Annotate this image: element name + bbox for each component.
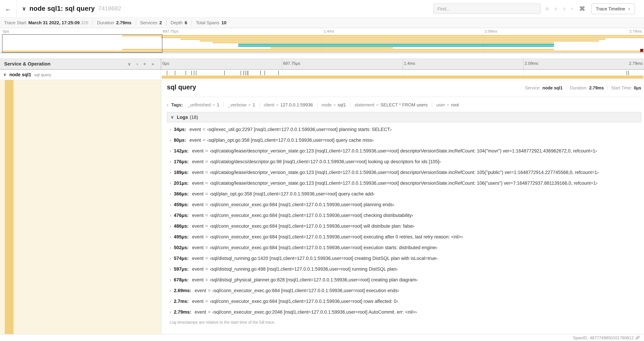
log-entry[interactable]: ›597μs:event=‹sql/distsql_running.go:498…: [167, 264, 641, 274]
meta-item: Start Time:0μs: [611, 86, 641, 91]
log-entry[interactable]: ›678μs:event=‹sql/distsql_physical_plann…: [167, 274, 641, 285]
log-entry[interactable]: ›34μs:event=‹sql/exec_util.go:2297 [nsql…: [167, 124, 641, 135]
log-entry[interactable]: ›476μs:event=‹sql/conn_executor_exec.go:…: [167, 210, 641, 221]
log-entry[interactable]: ›502μs:event=‹sql/conn_executor_exec.go:…: [167, 242, 641, 253]
view-select-button[interactable]: Trace Timeline ∨: [591, 3, 635, 14]
tags-row[interactable]: › Tags: _unfinished=1_verbose=1client=12…: [167, 100, 641, 109]
chevron-right-icon: ›: [170, 266, 174, 272]
log-field-value: ‹sql/plan_opt.go:358 [nsql1,client=127.0…: [210, 191, 374, 196]
logs-label: Logs: [177, 115, 188, 120]
log-timestamp: 189μs:: [174, 170, 189, 175]
collapse-one-icon[interactable]: ∨: [128, 61, 131, 66]
log-entry[interactable]: ›201μs:event=‹sql/catalog/lease/descript…: [167, 178, 641, 189]
log-tick: [224, 71, 225, 75]
meta-label: Start Time:: [611, 86, 632, 91]
prev-result-icon[interactable]: ∧: [554, 6, 558, 12]
tag-value: SELECT * FROM users: [380, 102, 428, 107]
log-field-key: event: [195, 309, 206, 315]
log-field-value: ‹sql/plan_opt.go:358 [nsql1,client=127.0…: [207, 138, 374, 143]
log-field-value: ‹sql/catalog/lease/descriptor_version_st…: [210, 170, 599, 175]
log-entry[interactable]: ›80μs:event=‹sql/plan_opt.go:358 [nsql1,…: [167, 135, 641, 146]
log-field-key: event: [192, 277, 204, 282]
link-icon[interactable]: [635, 335, 640, 340]
tag-value: 1: [217, 102, 219, 107]
log-timestamp: 142μs:: [174, 148, 189, 154]
chevron-right-icon: ›: [170, 181, 174, 186]
log-field-equals: =: [205, 213, 208, 218]
find-zoom-icon[interactable]: ⊕: [545, 6, 549, 12]
log-field-value: ‹sql/conn_executor_exec.go:684 [nsql1,cl…: [210, 299, 398, 304]
log-timestamp: 476μs:: [174, 213, 189, 218]
chevron-right-icon: ›: [170, 234, 174, 239]
tag-equals: =: [447, 102, 450, 107]
tag-divider: [432, 102, 432, 107]
find-controls: ⊕ ∧ ∨ ×: [545, 6, 574, 12]
tag-key: client: [264, 102, 274, 107]
span-expand-chevron-icon[interactable]: ∨: [4, 72, 6, 77]
log-fields: event=‹sql/conn_executor_exec.go:684 [ns…: [192, 213, 413, 218]
log-field-equals: =: [205, 170, 208, 175]
minimap-scrubber[interactable]: [2, 34, 162, 53]
axis-tick-label: 2.79ms: [630, 29, 642, 33]
log-entry[interactable]: ›366μs:event=‹sql/plan_opt.go:358 [nsql1…: [167, 189, 641, 199]
collapse-all-icon[interactable]: »: [142, 63, 147, 65]
back-button[interactable]: ←: [0, 0, 16, 17]
chevron-right-icon: ›: [170, 202, 174, 207]
log-field-equals: =: [205, 223, 208, 229]
log-entries: ›34μs:event=‹sql/exec_util.go:2297 [nsql…: [167, 122, 641, 317]
log-fields: event=‹sql/distsql_running.go:1420 [nsql…: [192, 256, 438, 261]
log-field-key: event: [192, 299, 204, 304]
log-field-key: event: [192, 256, 204, 261]
log-entry[interactable]: ›2.79ms:event=‹sql/conn_executor_exec.go…: [167, 307, 641, 317]
log-fields: event=‹sql/catalog/lease/descriptor_vers…: [192, 181, 598, 186]
log-field-equals: =: [205, 266, 208, 272]
clear-find-icon[interactable]: ×: [571, 6, 574, 12]
find-input[interactable]: [434, 4, 541, 14]
expand-one-icon[interactable]: ›: [136, 61, 138, 66]
log-entry[interactable]: ›176μs:event=‹sql/catalog/descs/descript…: [167, 156, 641, 167]
tag-divider: [224, 102, 224, 107]
summary-item: Trace StartMarch 31 2022, 17:25:09.326: [4, 20, 88, 25]
log-entry[interactable]: ›2.69ms:event=‹sql/conn_executor_exec.go…: [167, 285, 641, 296]
log-entry[interactable]: ›459μs:event=‹sql/conn_executor_exec.go:…: [167, 199, 641, 210]
ruler-tick-label: 1.4ms: [404, 61, 415, 66]
meta-item: Service:node sql1: [525, 86, 563, 91]
log-field-equals: =: [203, 127, 206, 132]
summary-divider: [92, 20, 93, 25]
page-footer: SpanID: 4877749850101760812: [0, 334, 644, 341]
next-result-icon[interactable]: ∨: [562, 6, 566, 12]
log-entry[interactable]: ›142μs:event=‹sql/catalog/lease/descript…: [167, 146, 641, 156]
log-field-value: ‹sql/conn_executor_exec.go:684 [nsql1,cl…: [210, 245, 437, 250]
detail-span-title: sql query: [167, 84, 196, 91]
log-field-key: event: [192, 213, 204, 218]
log-timestamp: 2.7ms:: [174, 299, 189, 304]
log-timestamp: 201μs:: [174, 181, 189, 186]
chevron-down-icon: ∨: [171, 115, 174, 120]
trace-expand-chevron-icon[interactable]: ∨: [22, 6, 26, 12]
span-timeline[interactable]: [161, 70, 644, 80]
log-tick: [264, 71, 265, 75]
detail-header: sql query Service:node sql1Duration:2.79…: [167, 84, 641, 94]
chevron-right-icon: ›: [167, 102, 168, 107]
log-entry[interactable]: ›495μs:event=‹sql/conn_executor_exec.go:…: [167, 231, 641, 242]
log-field-equals: =: [203, 138, 206, 143]
chevron-right-icon: ›: [170, 170, 174, 175]
log-entry[interactable]: ›2.7ms:event=‹sql/conn_executor_exec.go:…: [167, 296, 641, 307]
logs-header[interactable]: ∨ Logs (18): [167, 112, 641, 122]
tag-key: node: [322, 102, 332, 107]
collapse-controls: ∨ › » »: [128, 61, 154, 66]
log-entry[interactable]: ›189μs:event=‹sql/catalog/lease/descript…: [167, 167, 641, 178]
expand-all-icon[interactable]: »: [152, 61, 154, 66]
span-name-column[interactable]: ∨ node sql1 sql query: [0, 70, 161, 80]
minimap-canvas[interactable]: [0, 34, 644, 53]
meta-divider: [566, 86, 566, 90]
log-entry[interactable]: ›486μs:event=‹sql/conn_executor_exec.go:…: [167, 221, 641, 231]
log-tick: [194, 71, 194, 75]
chevron-right-icon: ›: [170, 256, 174, 261]
log-fields: event=‹sql/exec_util.go:2297 [nsql1,clie…: [190, 127, 392, 132]
log-tick: [244, 71, 244, 75]
span-row[interactable]: ∨ node sql1 sql query: [0, 70, 644, 80]
log-entry[interactable]: ›574μs:event=‹sql/distsql_running.go:142…: [167, 253, 641, 264]
keyboard-shortcuts-icon[interactable]: ⌘: [579, 5, 585, 12]
chevron-right-icon: ›: [170, 288, 174, 293]
